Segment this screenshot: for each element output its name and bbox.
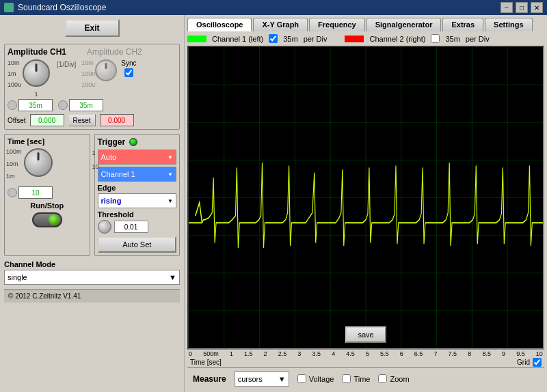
offset-label: Offset <box>8 117 26 124</box>
trigger-mode-arrow: ▼ <box>168 154 173 160</box>
left-panel: Exit Amplitude CH1 Amplitude CH2 10m 1m … <box>0 15 185 392</box>
ch2-visible-checkbox[interactable] <box>431 34 440 43</box>
bottom-bar: © 2012 C.Zeitnitz V1.41 <box>4 289 180 303</box>
x-label-4: 4 <box>332 350 335 357</box>
channel-controls: Channel 1 (left) 35m per Div Channel 2 (… <box>187 34 544 43</box>
time-scale-100m: 100m <box>6 148 22 155</box>
threshold-input[interactable]: 0.01 <box>114 221 148 233</box>
x-label-8_5: 8.5 <box>482 350 491 357</box>
title-bar: Soundcard Oszilloscope − □ ✕ <box>0 0 547 15</box>
grid-checkbox[interactable] <box>533 358 542 367</box>
time-scale-1: 1 <box>92 150 98 156</box>
time-axis-row: Time [sec] Grid <box>187 357 544 367</box>
reset-button[interactable]: Reset <box>68 114 96 126</box>
trigger-channel-dropdown[interactable]: Channel 1 ▼ <box>98 167 177 182</box>
ch1-value-display: 35m <box>18 99 53 111</box>
ch2-value-display: 35m <box>69 99 103 111</box>
ch1-amplitude-label: Amplitude CH1 <box>8 47 66 57</box>
auto-set-button[interactable]: Auto Set <box>98 236 177 253</box>
measure-label: Measure <box>193 374 226 384</box>
trigger-mode-dropdown[interactable]: Auto ▼ <box>98 150 177 165</box>
x-label-0: 0 <box>189 350 192 357</box>
ch1-per-div-value: 35m <box>283 35 297 43</box>
tab-bar: Oscilloscope X-Y Graph Frequency Signalg… <box>185 15 547 31</box>
time-scale-10m: 10m <box>6 160 22 167</box>
ch1-visible-checkbox[interactable] <box>269 34 278 43</box>
div-label: [1/Div] <box>57 61 76 68</box>
tab-extras[interactable]: Extras <box>442 18 483 31</box>
x-label-8: 8 <box>468 350 471 357</box>
channel-mode-value: single <box>8 273 27 281</box>
measure-voltage-checkbox[interactable] <box>297 374 306 383</box>
run-stop-label: Run/Stop <box>30 201 64 210</box>
time-knob[interactable] <box>24 148 53 177</box>
ch2-amplitude-knob[interactable] <box>95 59 117 81</box>
threshold-knob[interactable] <box>98 220 111 234</box>
measure-mode-value: cursors <box>238 375 263 383</box>
measure-mode-dropdown[interactable]: cursors ▼ <box>235 372 289 387</box>
measure-time-checkbox[interactable] <box>342 374 351 383</box>
run-stop-indicator <box>49 214 59 225</box>
x-label-7_5: 7.5 <box>449 350 457 357</box>
ch1-amplitude-knob[interactable] <box>23 59 50 87</box>
x-label-5_5: 5.5 <box>380 350 389 357</box>
tab-frequency[interactable]: Frequency <box>309 18 365 31</box>
edge-value: rising <box>101 197 122 205</box>
ch2-per-div-value: 35m <box>445 35 459 43</box>
run-stop-button[interactable] <box>32 212 62 227</box>
ch2-per-div-label: per Div <box>466 35 490 43</box>
ch2-amplitude-label: Amplitude CH2 <box>87 47 142 57</box>
ch1-1-label: 1 <box>34 91 38 98</box>
tab-xy-graph[interactable]: X-Y Graph <box>253 18 308 31</box>
x-label-6_5: 6.5 <box>414 350 423 357</box>
window-title: Soundcard Oszilloscope <box>18 3 106 12</box>
tab-oscilloscope[interactable]: Oscilloscope <box>187 18 252 31</box>
ch2-channel-label: Channel 2 (right) <box>369 35 425 43</box>
x-label-9: 9 <box>502 350 505 357</box>
ch1-color-bar <box>187 36 206 42</box>
measure-bar: Measure cursors ▼ Voltage Time Zoom <box>187 367 544 389</box>
x-label-3_5: 3.5 <box>312 350 321 357</box>
close-button[interactable]: ✕ <box>531 2 543 13</box>
ch2-offset-display: 0.000 <box>100 114 134 126</box>
tab-settings[interactable]: Settings <box>485 18 532 31</box>
edge-dropdown[interactable]: rising ▼ <box>98 193 177 208</box>
time-value-knob-small[interactable] <box>8 188 17 197</box>
maximize-button[interactable]: □ <box>516 2 528 13</box>
grid-controls: Grid <box>517 358 542 367</box>
time-axis-label: Time [sec] <box>190 359 222 366</box>
sync-checkbox[interactable] <box>124 68 133 77</box>
x-label-4_5: 4.5 <box>346 350 355 357</box>
ch1-offset-display: 0.000 <box>30 114 64 126</box>
ch1-value-knob-small[interactable] <box>8 100 17 110</box>
ch1-scale-100u: 100u <box>8 81 21 88</box>
ch2-scale-100u: 100u <box>81 81 97 88</box>
x-label-2_5: 2.5 <box>278 350 287 357</box>
trigger-mode-value: Auto <box>101 153 117 161</box>
trigger-channel-value: Channel 1 <box>101 170 135 178</box>
tab-signalgenerator[interactable]: Signalgenerator <box>366 18 442 31</box>
threshold-label: Threshold <box>98 210 177 219</box>
minimize-button[interactable]: − <box>501 2 513 13</box>
save-button[interactable]: save <box>345 326 386 343</box>
x-label-10: 10 <box>536 350 543 357</box>
ch1-scale-10m: 10m <box>8 59 21 66</box>
measure-voltage-label: Voltage <box>309 375 334 383</box>
time-scale-10: 10 <box>92 163 98 170</box>
x-axis-labels: 0 500m 1 1.5 2 2.5 3 3.5 4 4.5 5 5.5 6 6… <box>187 350 544 357</box>
measure-zoom-checkbox[interactable] <box>378 374 387 383</box>
sync-section: Sync <box>121 59 136 77</box>
channel-mode-arrow: ▼ <box>169 273 176 281</box>
ch1-channel-label: Channel 1 (left) <box>212 35 263 43</box>
sync-label: Sync <box>121 59 136 67</box>
channel-mode-label: Channel Mode <box>4 260 180 268</box>
time-label: Time [sec] <box>8 137 87 145</box>
trigger-label: Trigger <box>98 137 126 147</box>
exit-button[interactable]: Exit <box>65 19 120 37</box>
ch1-per-div-label: per Div <box>304 35 328 43</box>
copyright-text: © 2012 C.Zeitnitz V1.41 <box>8 292 81 300</box>
ch2-value-knob-small[interactable] <box>58 100 68 110</box>
x-label-3: 3 <box>297 350 301 357</box>
channel-mode-select[interactable]: single ▼ <box>4 270 180 285</box>
run-stop-section: Run/Stop <box>8 201 87 227</box>
